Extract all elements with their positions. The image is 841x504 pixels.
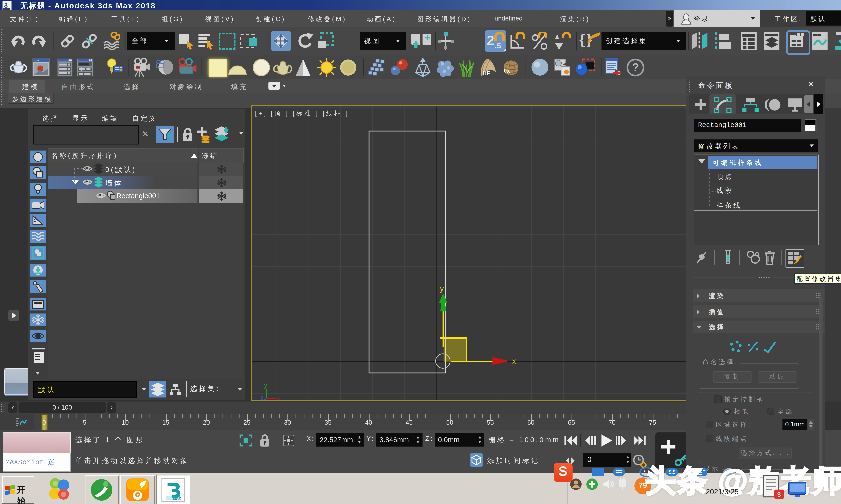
svg-text:x: x <box>512 357 516 365</box>
svg-text:MAX: MAX <box>173 496 181 501</box>
svg-text:y: y <box>440 285 444 293</box>
svg-text:x: x <box>277 396 280 400</box>
svg-text:y: y <box>264 382 267 389</box>
svg-text:0x: 0x <box>503 67 510 74</box>
svg-text:?: ? <box>632 61 639 74</box>
svg-text:HF: HF <box>482 70 491 77</box>
svg-text:z: z <box>260 394 263 400</box>
svg-text:3: 3 <box>777 491 781 498</box>
